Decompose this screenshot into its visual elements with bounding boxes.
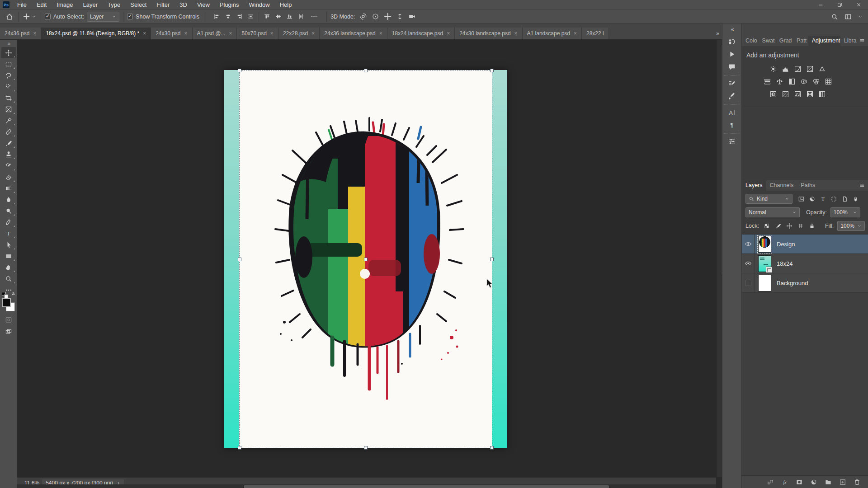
rectangle-tool[interactable] xyxy=(1,250,16,262)
layer-thumbnail[interactable] xyxy=(758,275,771,291)
canvas-document[interactable] xyxy=(224,70,507,448)
menu-item[interactable]: Layer xyxy=(79,0,102,9)
document-tab[interactable]: 24x36 landscape.psd × xyxy=(320,28,387,39)
transform-handle[interactable] xyxy=(238,69,241,72)
character-panel-icon[interactable] xyxy=(724,104,740,118)
home-button[interactable] xyxy=(5,12,14,22)
tab-overflow-chevron[interactable]: » xyxy=(712,28,722,39)
eyedropper-tool[interactable] xyxy=(1,115,16,126)
tab-close-icon[interactable]: × xyxy=(229,30,232,37)
lock-image-pixels-icon[interactable] xyxy=(774,222,782,230)
clone-stamp-tool[interactable] xyxy=(1,149,16,160)
document-tab[interactable]: 24x30.psd × xyxy=(151,28,192,39)
dodge-tool[interactable] xyxy=(1,205,16,216)
selective-color-icon[interactable] xyxy=(818,89,827,99)
crop-tool[interactable] xyxy=(1,92,16,103)
move-tool[interactable] xyxy=(1,47,16,58)
show-transform-checkbox[interactable] xyxy=(127,14,133,19)
properties-panel-icon[interactable] xyxy=(724,133,740,147)
pen-tool[interactable] xyxy=(1,216,16,228)
tab-close-icon[interactable]: × xyxy=(270,30,274,37)
levels-icon[interactable] xyxy=(781,64,790,73)
rectangular-marquee-tool[interactable] xyxy=(1,58,16,70)
invert-icon[interactable] xyxy=(769,89,778,99)
blend-mode-dropdown[interactable]: Normal xyxy=(745,207,800,217)
document-tab[interactable]: 28x22 l xyxy=(582,28,609,39)
filter-toggle-icon[interactable] xyxy=(851,195,860,203)
quick-mask-button[interactable] xyxy=(1,314,16,325)
layer-effects-icon[interactable] xyxy=(780,478,789,487)
3d-camera-icon[interactable] xyxy=(407,12,417,21)
swap-colors-icon[interactable] xyxy=(10,291,16,296)
document-tab[interactable]: 18x24.psd @ 11.6% (Design, RGB/8) * × xyxy=(41,28,151,39)
gradient-map-icon[interactable] xyxy=(806,89,815,99)
brush-tool[interactable] xyxy=(1,137,16,149)
menu-item[interactable]: File xyxy=(13,0,31,9)
transform-handle[interactable] xyxy=(364,446,368,450)
delete-layer-icon[interactable] xyxy=(853,478,862,487)
transform-handle[interactable] xyxy=(490,446,494,450)
layers-menu-icon[interactable] xyxy=(859,183,865,188)
more-align-options-icon[interactable] xyxy=(310,12,318,21)
lock-position-icon[interactable] xyxy=(785,222,793,230)
menu-item[interactable]: Type xyxy=(104,0,124,9)
menu-item[interactable]: 3D xyxy=(175,0,191,9)
transform-handle[interactable] xyxy=(238,258,241,261)
close-button[interactable] xyxy=(849,0,868,9)
exposure-icon[interactable] xyxy=(806,64,815,73)
panel-tab[interactable]: Layers xyxy=(742,180,766,191)
new-group-icon[interactable] xyxy=(824,478,833,487)
menu-item[interactable]: Help xyxy=(276,0,296,9)
paragraph-panel-icon[interactable] xyxy=(724,119,740,131)
tab-close-icon[interactable]: × xyxy=(143,30,146,37)
document-tab[interactable]: 18x24 landscape.psd × xyxy=(387,28,455,39)
document-tab[interactable]: 22x28.psd × xyxy=(278,28,320,39)
vibrance-icon[interactable] xyxy=(818,64,827,73)
object-selection-tool[interactable] xyxy=(1,81,16,92)
zoom-tool[interactable] xyxy=(1,273,16,284)
threshold-icon[interactable] xyxy=(793,89,802,99)
tab-close-icon[interactable]: × xyxy=(447,30,450,37)
lock-all-icon[interactable] xyxy=(808,222,816,230)
align-right-edges-icon[interactable] xyxy=(235,12,244,21)
menu-item[interactable]: Select xyxy=(126,0,151,9)
screen-mode-button[interactable] xyxy=(1,326,16,337)
tab-close-icon[interactable]: × xyxy=(574,30,577,37)
link-layers-icon[interactable] xyxy=(766,478,775,487)
workspace-switcher-icon[interactable] xyxy=(844,12,853,21)
panel-tab[interactable]: Paths xyxy=(797,180,819,191)
distribute-vertical-icon[interactable] xyxy=(297,12,305,21)
horizontal-scrollbar-thumb[interactable] xyxy=(243,485,609,488)
posterize-icon[interactable] xyxy=(781,89,790,99)
eraser-tool[interactable] xyxy=(1,171,16,183)
document-tab[interactable]: A1.psd @... × xyxy=(193,28,237,39)
transform-handle[interactable] xyxy=(490,258,494,261)
path-selection-tool[interactable] xyxy=(1,239,16,250)
menu-item[interactable]: Plugins xyxy=(216,0,243,9)
layer-thumbnail[interactable] xyxy=(758,236,771,253)
layer-row[interactable]: Design xyxy=(742,235,868,254)
frame-tool[interactable] xyxy=(1,103,16,115)
document-tab[interactable]: 50x70.psd × xyxy=(237,28,278,39)
panel-tab[interactable]: Adjustments xyxy=(808,36,840,46)
restore-button[interactable] xyxy=(830,0,849,9)
panel-menu-icon[interactable] xyxy=(859,38,865,43)
move-tool-preset-icon[interactable] xyxy=(22,12,31,21)
photo-filter-icon[interactable] xyxy=(799,77,808,86)
lasso-tool[interactable] xyxy=(1,70,16,81)
black-white-icon[interactable] xyxy=(787,77,796,86)
fill-dropdown[interactable]: 100% xyxy=(837,221,865,231)
layer-visibility-toggle[interactable] xyxy=(742,235,755,253)
actions-panel-icon[interactable] xyxy=(724,48,740,60)
color-lookup-icon[interactable] xyxy=(824,77,833,86)
horizontal-type-tool[interactable] xyxy=(1,228,16,239)
spot-healing-brush-tool[interactable] xyxy=(1,126,16,137)
3d-drag-icon[interactable] xyxy=(383,12,392,21)
transform-handle[interactable] xyxy=(238,446,241,450)
align-horizontal-centers-icon[interactable] xyxy=(224,12,232,21)
blur-tool[interactable] xyxy=(1,194,16,205)
panel-tab[interactable]: Colo xyxy=(742,36,759,46)
comments-panel-icon[interactable] xyxy=(724,61,740,73)
panel-tab[interactable]: Grad xyxy=(776,36,793,46)
panel-tab[interactable]: Patt xyxy=(793,36,808,46)
